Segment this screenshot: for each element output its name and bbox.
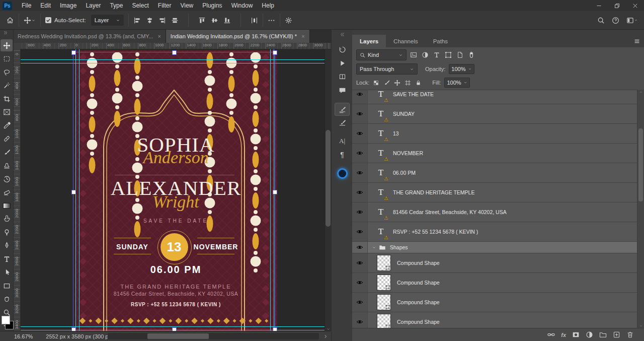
layers-scrollbar[interactable] — [637, 90, 644, 328]
menu-view[interactable]: View — [176, 0, 198, 11]
text-layer-thumbnail[interactable]: T⚠ — [375, 224, 387, 239]
tool-brush[interactable] — [1, 146, 13, 158]
blend-mode-select[interactable]: Pass Through — [356, 63, 418, 75]
auto-select-target-select[interactable]: Layer — [91, 15, 124, 26]
close-button[interactable] — [626, 0, 644, 11]
align-bottom-button[interactable] — [223, 17, 231, 24]
menu-filter[interactable]: Filter — [153, 0, 176, 11]
text-layer-thumbnail[interactable]: T⚠ — [375, 204, 387, 220]
panel-comments[interactable] — [335, 84, 349, 96]
panel-history[interactable] — [335, 43, 349, 55]
transform-handle[interactable] — [71, 50, 76, 55]
layer-row[interactable]: T⚠SAVE THE DATE — [352, 90, 637, 104]
horizontal-ruler[interactable]: 6004002000200400600800100012001400160018… — [20, 43, 331, 49]
current-tool-move[interactable] — [24, 17, 36, 24]
layer-mask-button[interactable] — [572, 331, 580, 338]
scroll-right-icon[interactable] — [323, 334, 328, 339]
tool-eyedropper[interactable] — [1, 119, 13, 131]
layer-row[interactable]: T⚠13 — [352, 124, 637, 144]
visibility-toggle[interactable] — [352, 90, 368, 104]
visibility-toggle[interactable] — [352, 183, 368, 202]
panel-tab-layers[interactable]: Layers — [352, 35, 386, 47]
tool-crop[interactable] — [1, 93, 13, 105]
zoom-level[interactable]: 16.67% — [14, 333, 33, 339]
layer-effects-button[interactable]: fx — [561, 332, 566, 338]
photoshop-logo-icon[interactable]: Ps — [3, 2, 12, 10]
tool-eraser[interactable] — [1, 186, 13, 198]
menu-file[interactable]: File — [17, 0, 36, 11]
layer-row[interactable]: T⚠81456 Cedar Street, Beachside, KY 4020… — [352, 202, 637, 222]
visibility-toggle[interactable] — [352, 144, 368, 163]
group-expand-icon[interactable] — [372, 245, 376, 250]
text-layer-thumbnail[interactable]: T⚠ — [375, 90, 387, 102]
distribute-horizontal-button[interactable] — [251, 17, 258, 24]
transform-handle[interactable] — [172, 50, 177, 55]
panel-tab-paths[interactable]: Paths — [426, 35, 455, 47]
visibility-toggle[interactable] — [352, 312, 368, 328]
visibility-toggle[interactable] — [352, 163, 368, 182]
layer-row[interactable]: T⚠RSVP : +52 55 1234 5678 ( KEVIN ) — [352, 222, 637, 242]
tool-healing-brush[interactable] — [1, 133, 13, 145]
panel-menu-icon[interactable] — [633, 38, 640, 45]
text-layer-thumbnail[interactable]: T⚠ — [375, 165, 387, 180]
delete-layer-button[interactable] — [626, 331, 634, 338]
menu-type[interactable]: Type — [105, 0, 127, 11]
scroll-up-icon[interactable] — [639, 90, 643, 94]
restore-button[interactable] — [608, 0, 626, 11]
layer-row[interactable]: T⚠NOVEMBER — [352, 144, 637, 163]
menu-select[interactable]: Select — [127, 0, 153, 11]
canvas-area[interactable]: SOPHIA Anderson ALEXANDER Wright SAVE TH… — [20, 49, 331, 331]
new-group-button[interactable] — [599, 331, 607, 338]
tool-hand[interactable] — [1, 293, 13, 305]
visibility-toggle[interactable] — [352, 253, 368, 272]
layer-row[interactable]: T⚠THE GRAND HERITAGE TEMPLE — [352, 183, 637, 202]
menu-help[interactable]: Help — [257, 0, 279, 11]
visibility-toggle[interactable] — [352, 124, 368, 143]
tool-history-brush[interactable] — [1, 173, 13, 185]
layers-scrollbar-thumb[interactable] — [638, 128, 643, 201]
transform-handle[interactable] — [273, 50, 277, 55]
tool-rectangle[interactable] — [1, 280, 13, 292]
panel-brush-settings[interactable] — [335, 103, 350, 116]
foreground-color-swatch[interactable] — [2, 316, 10, 324]
tool-lasso[interactable] — [1, 66, 13, 78]
tool-move[interactable] — [1, 39, 13, 51]
menu-layer[interactable]: Layer — [81, 0, 105, 11]
scroll-down-icon[interactable] — [639, 324, 643, 328]
menu-image[interactable]: Image — [55, 0, 81, 11]
align-top-button[interactable] — [198, 17, 206, 24]
visibility-toggle[interactable] — [352, 104, 368, 123]
canvas-horizontal-scrollbar[interactable] — [108, 333, 319, 339]
layer-row[interactable]: Compound Shape — [352, 293, 637, 312]
transform-handle[interactable] — [71, 190, 76, 194]
layer-row[interactable]: Compound Shape — [352, 253, 637, 273]
lock-transparent-button[interactable] — [373, 80, 379, 86]
align-right-button[interactable] — [158, 17, 166, 24]
search-button[interactable] — [597, 17, 605, 24]
filter-pixel-layers-button[interactable] — [410, 51, 417, 58]
filter-smart-objects-button[interactable] — [456, 51, 463, 58]
text-layer-thumbnail[interactable]: T⚠ — [375, 106, 387, 121]
panel-plugin-ring[interactable] — [335, 167, 349, 179]
layer-row[interactable]: Compound Shape — [352, 312, 637, 328]
filter-adjustment-layers-button[interactable] — [422, 51, 429, 58]
visibility-toggle[interactable] — [352, 202, 368, 222]
align-middle-button[interactable] — [211, 17, 218, 24]
tool-pen[interactable] — [1, 240, 13, 252]
tool-type[interactable] — [1, 253, 13, 265]
close-tab-icon[interactable]: × — [301, 33, 304, 39]
adjustment-layer-button[interactable] — [586, 331, 593, 338]
new-layer-button[interactable] — [613, 331, 620, 338]
lock-paint-button[interactable] — [383, 80, 390, 86]
align-left-button[interactable] — [133, 17, 141, 24]
document-tab-active[interactable]: Indian Wedding Invitation.psd @ 16.7% (C… — [166, 29, 310, 43]
transform-selection-border[interactable] — [73, 52, 275, 331]
fill-field[interactable]: 100% — [444, 78, 469, 88]
panel-libraries[interactable] — [335, 71, 349, 83]
menu-plugins[interactable]: Plugins — [198, 0, 226, 11]
close-tab-icon[interactable]: × — [157, 33, 160, 39]
transform-handle[interactable] — [273, 190, 277, 194]
shape-layer-thumbnail[interactable] — [377, 255, 391, 271]
menu-edit[interactable]: Edit — [36, 0, 55, 11]
panel-character[interactable]: A| — [335, 135, 349, 147]
